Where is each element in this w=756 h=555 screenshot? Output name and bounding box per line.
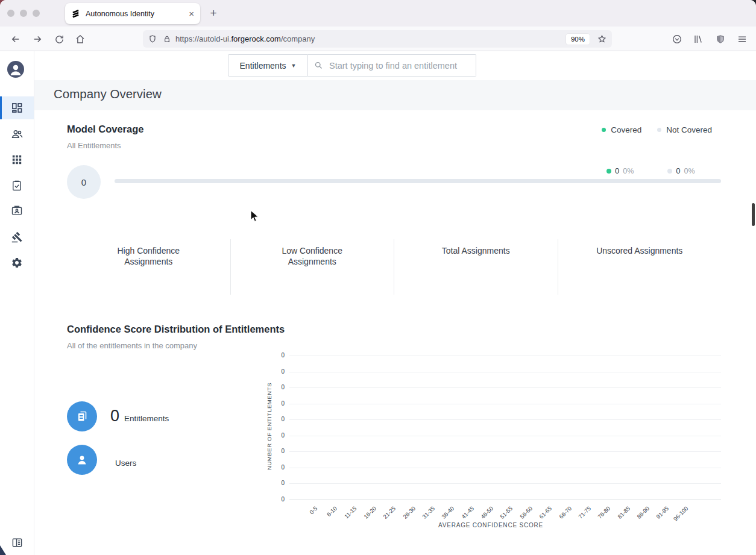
tab-close-icon[interactable]: × (189, 9, 194, 18)
metric-column: Total Assignments (394, 239, 558, 295)
sidebar-item-dashboard[interactable] (0, 96, 34, 119)
x-tick-label: 41-45 (460, 505, 475, 520)
forgerock-favicon-icon (71, 9, 80, 18)
users-stat: Users (115, 459, 136, 468)
coverage-ministat: 00% (606, 166, 634, 175)
metric-label: Total Assignments (442, 245, 510, 256)
coverage-legend: CoveredNot Covered (602, 125, 712, 134)
search-input[interactable] (328, 60, 470, 71)
x-tick-label: 81-85 (616, 505, 631, 520)
legend-item: Covered (602, 125, 641, 134)
entitlements-label: Entitlements (124, 414, 169, 423)
sidebar-item-rules[interactable] (0, 225, 34, 248)
search-box (308, 54, 476, 77)
reload-icon[interactable] (51, 31, 67, 47)
x-tick-label: 86-90 (635, 505, 650, 520)
back-icon[interactable] (8, 31, 24, 47)
confidence-distribution-chart: NUMBER OF ENTITLEMENTS AVERAGE CONFIDENC… (289, 356, 721, 500)
sidebar (0, 51, 34, 555)
x-tick-label: 16-20 (362, 505, 377, 520)
sidebar-item-applications[interactable] (0, 148, 34, 171)
gridline (289, 451, 721, 452)
assignment-metrics: High Confidence AssignmentsLow Confidenc… (67, 239, 721, 295)
sidebar-item-settings[interactable] (0, 251, 34, 274)
traffic-light-minimize[interactable] (20, 10, 27, 17)
ministat-value: 0 (676, 166, 680, 175)
gridline (289, 387, 721, 388)
chevron-down-icon: ▼ (291, 63, 297, 69)
y-tick-label: 0 (272, 352, 285, 359)
y-tick-label: 0 (272, 496, 285, 503)
home-icon[interactable] (72, 31, 88, 47)
distribution-subtitle: All of the entitlements in the company (67, 341, 197, 350)
x-tick-label: 0-5 (308, 505, 318, 515)
x-tick-label: 66-70 (558, 505, 573, 520)
tracking-shield-icon[interactable] (148, 34, 157, 44)
mouse-cursor (248, 209, 261, 224)
y-tick-label: 0 (272, 464, 285, 471)
metric-label: Unscored Assignments (596, 245, 682, 256)
zoom-level-badge[interactable]: 90% (566, 34, 590, 45)
x-tick-label: 61-65 (538, 505, 553, 520)
y-tick-label: 0 (272, 368, 285, 375)
legend-dot (602, 128, 606, 132)
legend-label: Covered (611, 125, 641, 134)
sidebar-item-identities[interactable] (0, 199, 34, 222)
x-tick-label: 56-60 (518, 505, 534, 520)
ministat-percent: 0% (684, 167, 695, 175)
y-tick-label: 0 (272, 432, 285, 439)
x-tick-label: 26-30 (402, 505, 417, 520)
forward-icon[interactable] (30, 31, 45, 47)
entitlements-count: 0 (110, 407, 119, 425)
y-tick-label: 0 (272, 480, 285, 486)
menu-hamburger-icon[interactable] (734, 31, 750, 47)
users-icon (67, 445, 97, 475)
coverage-donut: 0 (67, 165, 101, 199)
sidebar-item-users[interactable] (0, 122, 34, 145)
x-tick-label: 46-50 (479, 505, 494, 520)
coverage-ministats: 00%00% (606, 166, 695, 175)
gridline (289, 483, 721, 484)
metric-label: High Confidence Assignments (100, 245, 197, 267)
traffic-light-close[interactable] (7, 10, 14, 17)
y-tick-label: 0 (272, 400, 285, 407)
coverage-progress-bar (115, 179, 721, 183)
x-tick-label: 96-100 (672, 505, 690, 522)
metric-column: Low Confidence Assignments (230, 239, 394, 295)
sidebar-item-tasks[interactable] (0, 174, 34, 197)
distribution-title: Confidence Score Distribution of Entitle… (67, 324, 285, 335)
x-tick-label: 21-25 (382, 505, 397, 520)
x-tick-label: 6-10 (326, 505, 338, 518)
lock-warning-icon[interactable] (162, 34, 172, 44)
entitlements-icon (67, 401, 97, 431)
gridline (289, 500, 721, 500)
tab-strip: Autonomous Identity × + (0, 0, 756, 27)
pocket-icon[interactable] (669, 31, 685, 47)
page-content: Model Coverage CoveredNot Covered All En… (34, 110, 756, 555)
main-area: Entitlements ▼ Company Overview Model Co… (34, 51, 756, 555)
x-tick-label: 31-35 (421, 505, 436, 520)
avatar[interactable] (7, 61, 24, 78)
search-category-dropdown[interactable]: Entitlements ▼ (228, 54, 308, 77)
y-axis-title: NUMBER OF ENTITLEMENTS (266, 354, 272, 498)
y-tick-label: 0 (272, 416, 285, 422)
tab-title: Autonomous Identity (86, 10, 189, 18)
traffic-light-zoom[interactable] (33, 10, 40, 17)
bookmark-star-icon[interactable] (597, 34, 607, 44)
url-bar[interactable]: https://autoid-ui.forgerock.com/company … (143, 30, 612, 48)
model-coverage-title: Model Coverage (67, 124, 143, 135)
url-text: https://autoid-ui.forgerock.com/company (175, 34, 315, 43)
legend-label: Not Covered (666, 125, 712, 134)
new-tab-button[interactable]: + (206, 5, 221, 21)
x-tick-label: 36-40 (440, 505, 455, 520)
browser-tab[interactable]: Autonomous Identity × (65, 3, 200, 24)
x-tick-label: 51-55 (499, 505, 514, 520)
x-tick-label: 76-80 (596, 505, 611, 520)
scrollbar-thumb[interactable] (752, 203, 755, 226)
legend-item: Not Covered (657, 125, 712, 134)
y-tick-label: 0 (272, 384, 285, 390)
password-shield-icon[interactable] (713, 31, 728, 47)
legend-dot (657, 128, 661, 132)
page-title: Company Overview (54, 87, 162, 101)
library-icon[interactable] (691, 31, 707, 47)
